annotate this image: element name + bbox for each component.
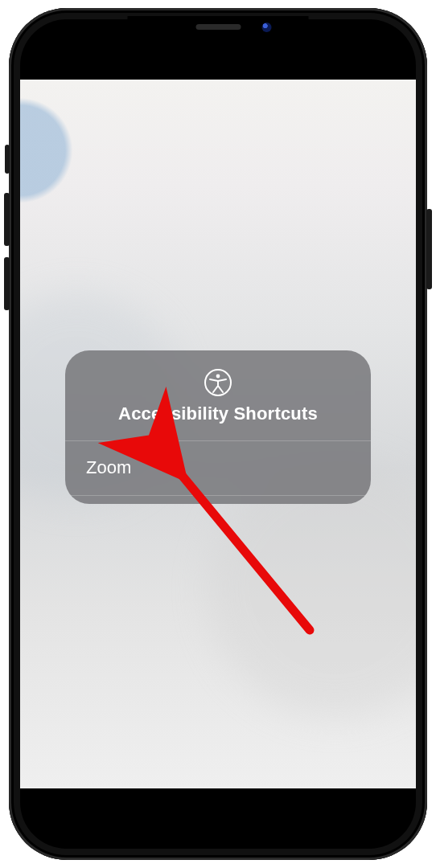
accessibility-icon: [204, 368, 232, 397]
volume-up-button[interactable]: [4, 193, 10, 246]
sheet-title: Accessibility Shortcuts: [78, 403, 358, 424]
side-button[interactable]: [426, 209, 432, 289]
divider: [65, 495, 371, 496]
phone-frame: Accessibility Shortcuts Zoom: [9, 8, 427, 860]
home-background: Accessibility Shortcuts Zoom: [20, 80, 416, 788]
screen: Accessibility Shortcuts Zoom: [20, 19, 416, 849]
earpiece-speaker: [195, 24, 241, 30]
front-camera: [262, 23, 272, 32]
mute-switch[interactable]: [5, 145, 10, 174]
accessibility-shortcuts-sheet: Accessibility Shortcuts Zoom: [65, 350, 371, 504]
sheet-header: Accessibility Shortcuts: [65, 350, 371, 440]
svg-point-1: [216, 374, 220, 378]
notch: [128, 16, 309, 42]
volume-down-button[interactable]: [4, 257, 10, 310]
shortcut-item-zoom[interactable]: Zoom: [65, 440, 371, 496]
shortcut-item-label: Zoom: [86, 457, 131, 477]
sheet-footer: [65, 496, 371, 504]
